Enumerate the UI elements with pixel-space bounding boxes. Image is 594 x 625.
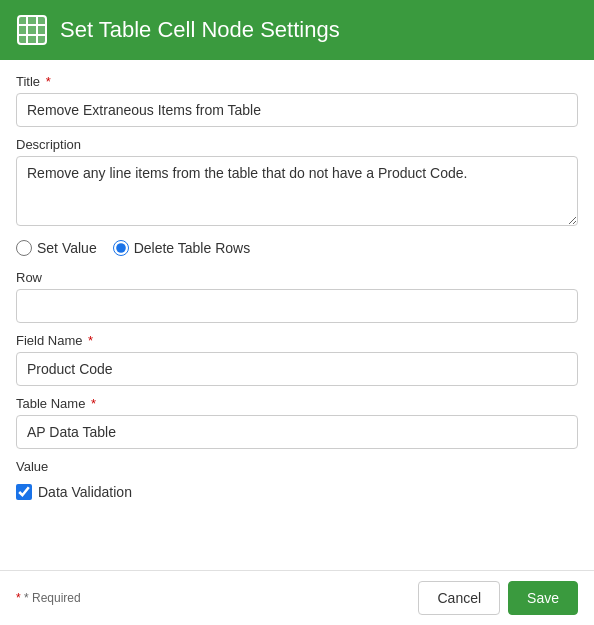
set-value-label: Set Value — [37, 240, 97, 256]
table-name-label: Table Name * — [16, 396, 578, 411]
main-content: Title * Description Remove any line item… — [0, 60, 594, 570]
value-label: Value — [16, 459, 578, 474]
save-button[interactable]: Save — [508, 581, 578, 615]
table-grid-icon — [16, 14, 48, 46]
footer-buttons: Cancel Save — [418, 581, 578, 615]
set-value-radio-option[interactable]: Set Value — [16, 240, 97, 256]
mode-radio-group: Set Value Delete Table Rows — [16, 236, 578, 260]
field-name-required-star: * — [88, 333, 93, 348]
svg-rect-0 — [18, 16, 46, 44]
row-input[interactable] — [16, 289, 578, 323]
header: Set Table Cell Node Settings — [0, 0, 594, 60]
data-validation-checkbox-option[interactable]: Data Validation — [16, 484, 578, 500]
data-validation-group: Data Validation — [16, 484, 578, 500]
delete-rows-radio[interactable] — [113, 240, 129, 256]
title-input[interactable] — [16, 93, 578, 127]
description-field-group: Description Remove any line items from t… — [16, 137, 578, 226]
field-name-input[interactable] — [16, 352, 578, 386]
field-name-label: Field Name * — [16, 333, 578, 348]
description-textarea[interactable]: Remove any line items from the table tha… — [16, 156, 578, 226]
page-title: Set Table Cell Node Settings — [60, 17, 340, 43]
data-validation-label: Data Validation — [38, 484, 132, 500]
table-name-field-group: Table Name * — [16, 396, 578, 449]
value-field-group: Value — [16, 459, 578, 474]
footer: * * Required Cancel Save — [0, 570, 594, 625]
title-required-star: * — [46, 74, 51, 89]
field-name-field-group: Field Name * — [16, 333, 578, 386]
set-value-radio[interactable] — [16, 240, 32, 256]
table-name-required-star: * — [91, 396, 96, 411]
delete-rows-label: Delete Table Rows — [134, 240, 250, 256]
cancel-button[interactable]: Cancel — [418, 581, 500, 615]
title-field-group: Title * — [16, 74, 578, 127]
row-field-group: Row — [16, 270, 578, 323]
table-name-input[interactable] — [16, 415, 578, 449]
app-container: Set Table Cell Node Settings Title * Des… — [0, 0, 594, 625]
delete-rows-radio-option[interactable]: Delete Table Rows — [113, 240, 250, 256]
description-label: Description — [16, 137, 578, 152]
required-note: * * Required — [16, 591, 81, 605]
data-validation-checkbox[interactable] — [16, 484, 32, 500]
row-label: Row — [16, 270, 578, 285]
title-label: Title * — [16, 74, 578, 89]
